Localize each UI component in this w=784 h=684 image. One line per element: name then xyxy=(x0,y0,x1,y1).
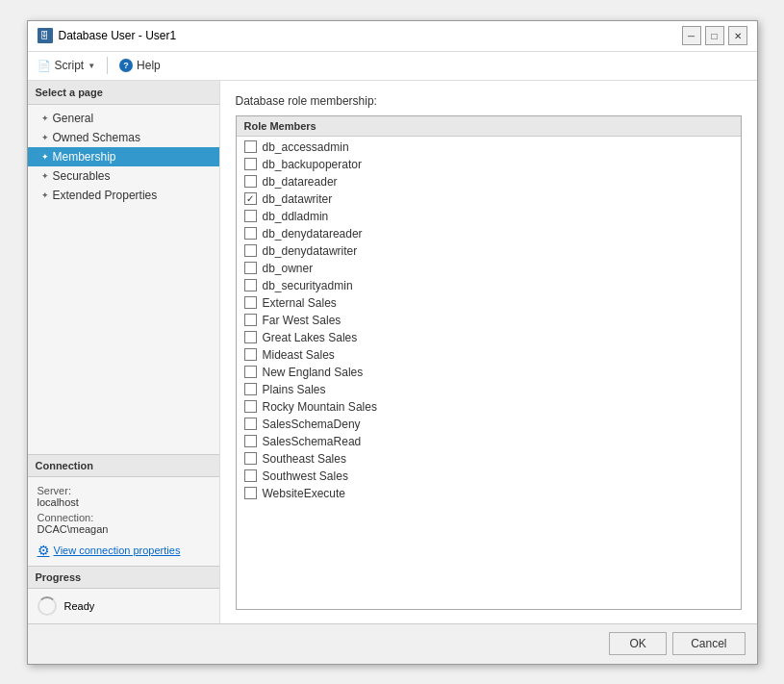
connection-row: Connection: DCAC\meagan xyxy=(38,512,210,535)
role-item[interactable]: Rocky Mountain Sales xyxy=(237,398,741,416)
role-checkbox-db_backupoperator[interactable] xyxy=(244,158,257,170)
role-label: db_securityadmin xyxy=(263,279,353,292)
role-label: Southwest Sales xyxy=(263,469,348,483)
sidebar-item-general[interactable]: ✦ General xyxy=(28,109,219,128)
role-panel[interactable]: Role Members db_accessadmindb_backupoper… xyxy=(236,115,742,610)
role-checkbox-db_owner[interactable] xyxy=(244,262,257,274)
role-label: db_denydatareader xyxy=(263,227,363,241)
role-item[interactable]: New England Sales xyxy=(237,364,741,381)
sidebar-item-membership-label: Membership xyxy=(53,150,116,164)
role-checkbox-southwest-sales[interactable] xyxy=(244,469,257,482)
role-checkbox-new-england-sales[interactable] xyxy=(244,366,257,378)
role-item[interactable]: db_datawriter xyxy=(237,190,741,208)
view-connection-properties-link[interactable]: ⚙ View connection properties xyxy=(38,543,210,558)
close-button[interactable]: ✕ xyxy=(728,26,747,45)
role-item[interactable]: db_accessadmin xyxy=(237,139,741,156)
cancel-button[interactable]: Cancel xyxy=(672,632,745,655)
connection-value: DCAC\meagan xyxy=(38,523,109,535)
role-checkbox-salesschemaread[interactable] xyxy=(244,435,257,447)
role-list: db_accessadmindb_backupoperatordb_datare… xyxy=(237,137,741,504)
title-bar-left: 🗄 Database User - User1 xyxy=(38,28,177,43)
nav-arrow-owned-schemas: ✦ xyxy=(41,133,49,142)
role-checkbox-db_ddladmin[interactable] xyxy=(244,210,257,222)
role-label: Plains Sales xyxy=(263,383,326,396)
role-checkbox-mideast-sales[interactable] xyxy=(244,348,257,361)
section-title: Database role membership: xyxy=(236,94,742,108)
select-page-label: Select a page xyxy=(28,81,219,105)
role-item[interactable]: db_denydatawriter xyxy=(237,242,741,260)
title-bar: 🗄 Database User - User1 ─ □ ✕ xyxy=(28,21,757,52)
minimize-button[interactable]: ─ xyxy=(682,26,701,45)
nav-arrow-general: ✦ xyxy=(41,114,49,123)
role-checkbox-db_denydatareader[interactable] xyxy=(244,227,257,240)
role-item[interactable]: db_denydatareader xyxy=(237,225,741,242)
progress-section: Progress Ready xyxy=(28,566,219,623)
role-label: db_denydatawriter xyxy=(263,244,358,258)
role-item[interactable]: Southwest Sales xyxy=(237,468,741,485)
role-item[interactable]: db_ddladmin xyxy=(237,208,741,225)
role-checkbox-db_datawriter[interactable] xyxy=(244,192,257,205)
role-label: db_accessadmin xyxy=(263,140,349,154)
role-item[interactable]: db_backupoperator xyxy=(237,156,741,173)
role-checkbox-far-west-sales[interactable] xyxy=(244,314,257,326)
role-checkbox-db_securityadmin[interactable] xyxy=(244,279,257,291)
progress-spinner xyxy=(38,596,57,616)
role-checkbox-great-lakes-sales[interactable] xyxy=(244,331,257,343)
role-checkbox-plains-sales[interactable] xyxy=(244,383,257,395)
connection-label: Connection: xyxy=(38,512,94,523)
role-checkbox-db_datareader[interactable] xyxy=(244,175,257,188)
role-label: db_ddladmin xyxy=(263,210,329,223)
nav-items: ✦ General ✦ Owned Schemas ✦ Membership ✦… xyxy=(28,105,219,454)
progress-status: Ready xyxy=(64,600,95,612)
role-label: db_backupoperator xyxy=(263,158,362,171)
role-item[interactable]: db_owner xyxy=(237,260,741,277)
role-label: Southeast Sales xyxy=(263,452,346,466)
ok-button[interactable]: OK xyxy=(609,632,667,655)
server-value: localhost xyxy=(38,496,79,508)
role-checkbox-southeast-sales[interactable] xyxy=(244,452,257,465)
role-item[interactable]: db_securityadmin xyxy=(237,277,741,294)
sidebar-item-securables[interactable]: ✦ Securables xyxy=(28,166,219,186)
role-checkbox-rocky-mountain-sales[interactable] xyxy=(244,400,257,413)
role-item[interactable]: Far West Sales xyxy=(237,312,741,329)
role-label: Mideast Sales xyxy=(263,348,335,362)
connection-link-icon: ⚙ xyxy=(38,543,50,558)
role-label: SalesSchemaRead xyxy=(263,435,362,448)
server-row: Server: localhost xyxy=(38,485,210,508)
role-label: db_datawriter xyxy=(263,192,333,206)
role-label: SalesSchemaDeny xyxy=(263,418,361,431)
sidebar-item-extended-properties[interactable]: ✦ Extended Properties xyxy=(28,186,219,205)
role-item[interactable]: db_datareader xyxy=(237,173,741,190)
toolbar-divider xyxy=(107,57,108,74)
role-checkbox-db_denydatawriter[interactable] xyxy=(244,244,257,257)
role-label: Far West Sales xyxy=(263,314,341,327)
sidebar: Select a page ✦ General ✦ Owned Schemas … xyxy=(28,81,220,623)
help-button[interactable]: ? Help xyxy=(119,59,161,72)
role-item[interactable]: Plains Sales xyxy=(237,381,741,398)
script-button[interactable]: 📄 Script ▼ xyxy=(38,59,96,72)
sidebar-item-securables-label: Securables xyxy=(53,169,111,183)
role-item[interactable]: SalesSchemaDeny xyxy=(237,416,741,433)
role-item[interactable]: SalesSchemaRead xyxy=(237,433,741,450)
role-label: Great Lakes Sales xyxy=(263,331,358,344)
role-item[interactable]: Great Lakes Sales xyxy=(237,329,741,346)
role-checkbox-db_accessadmin[interactable] xyxy=(244,140,257,153)
sidebar-item-membership[interactable]: ✦ Membership xyxy=(28,147,219,166)
role-checkbox-salesschemadeny[interactable] xyxy=(244,418,257,430)
role-item[interactable]: Southeast Sales xyxy=(237,450,741,468)
role-members-header: Role Members xyxy=(237,116,741,137)
role-item[interactable]: External Sales xyxy=(237,294,741,312)
maximize-button[interactable]: □ xyxy=(705,26,724,45)
role-item[interactable]: WebsiteExecute xyxy=(237,485,741,502)
role-item[interactable]: Mideast Sales xyxy=(237,346,741,364)
role-checkbox-external-sales[interactable] xyxy=(244,296,257,309)
role-label: db_datareader xyxy=(263,175,338,189)
sidebar-item-extended-properties-label: Extended Properties xyxy=(53,189,158,202)
connection-content: Server: localhost Connection: DCAC\meaga… xyxy=(28,477,219,566)
role-checkbox-websiteexecute[interactable] xyxy=(244,487,257,499)
connection-header: Connection xyxy=(28,455,219,477)
script-dropdown-icon: ▼ xyxy=(88,62,95,70)
nav-arrow-securables: ✦ xyxy=(41,171,49,181)
help-icon: ? xyxy=(119,59,133,72)
sidebar-item-owned-schemas[interactable]: ✦ Owned Schemas xyxy=(28,128,219,147)
